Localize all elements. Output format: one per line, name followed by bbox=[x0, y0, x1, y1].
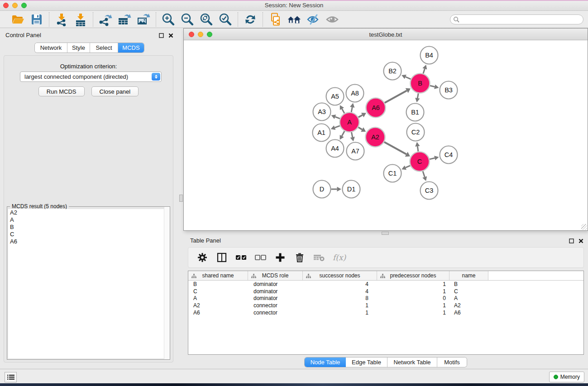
graph-edge-C-C3[interactable] bbox=[423, 171, 425, 177]
graph-edge-C-C4[interactable] bbox=[430, 158, 435, 159]
graph-edge-A-A2[interactable] bbox=[358, 127, 362, 129]
vertical-splitter-handle[interactable] bbox=[179, 195, 183, 202]
deselect-all-icon[interactable] bbox=[255, 252, 267, 263]
import-network-icon[interactable] bbox=[54, 12, 69, 27]
table-cell[interactable]: 1 bbox=[303, 302, 377, 309]
close-table-panel-icon[interactable] bbox=[578, 238, 583, 245]
graph-node-B[interactable]: B bbox=[411, 74, 430, 93]
network-graph[interactable]: B4B2BB3A8A5A6A3B1AA1C2A2A4A7C4CC1C3DD1 bbox=[184, 40, 588, 231]
mcds-result-item[interactable]: A6 bbox=[8, 238, 169, 245]
table-cell[interactable]: 1 bbox=[377, 310, 449, 316]
table-cell[interactable]: B bbox=[188, 281, 248, 287]
graph-edge-A-A4[interactable] bbox=[342, 131, 344, 136]
table-cell[interactable]: connector bbox=[248, 302, 303, 309]
table-settings-gear-icon[interactable] bbox=[196, 252, 208, 263]
column-header-predecessor-nodes[interactable]: predecessor nodes bbox=[377, 271, 449, 280]
zoom-in-icon[interactable] bbox=[161, 12, 176, 27]
table-cell[interactable]: A6 bbox=[188, 310, 248, 316]
graph-node-B4[interactable]: B4 bbox=[421, 47, 438, 64]
table-cell[interactable]: 4 bbox=[303, 288, 377, 295]
table-cell[interactable]: 0 bbox=[377, 295, 449, 301]
graph-edge-C-C2[interactable] bbox=[417, 146, 418, 152]
mcds-result-item[interactable]: B bbox=[8, 224, 169, 231]
graph-node-A8[interactable]: A8 bbox=[346, 85, 364, 102]
graph-edge-B-B4[interactable] bbox=[423, 69, 425, 74]
column-header-MCDS-role[interactable]: MCDS role bbox=[248, 271, 303, 280]
delete-column-trash-icon[interactable] bbox=[294, 252, 306, 263]
task-history-button[interactable] bbox=[5, 372, 17, 382]
zoom-selected-icon[interactable] bbox=[218, 12, 233, 27]
graph-node-D[interactable]: D bbox=[313, 181, 331, 198]
graph-node-B2[interactable]: B2 bbox=[384, 62, 402, 80]
graph-node-B3[interactable]: B3 bbox=[440, 81, 458, 99]
graph-edge-B-B1[interactable] bbox=[417, 93, 418, 98]
graph-edge-C-C1[interactable] bbox=[406, 166, 410, 168]
table-cell[interactable]: 1 bbox=[377, 288, 449, 295]
graph-edge-A6-B[interactable] bbox=[385, 91, 407, 103]
graph-node-A2[interactable]: A2 bbox=[366, 128, 385, 147]
graph-edge-A-A6[interactable] bbox=[359, 115, 363, 117]
graph-edge-A-A7[interactable] bbox=[351, 132, 352, 137]
table-cell[interactable]: A bbox=[188, 295, 248, 301]
table-cell[interactable]: 1 bbox=[303, 310, 377, 316]
graph-node-C3[interactable]: C3 bbox=[421, 182, 438, 200]
zoom-fit-icon[interactable] bbox=[199, 12, 214, 27]
network-window-titlebar[interactable]: testGlobe.txt bbox=[184, 29, 588, 40]
table-row[interactable]: A2connector11A2 bbox=[188, 302, 583, 309]
run-mcds-button[interactable]: Run MCDS bbox=[38, 86, 85, 96]
graph-edge-A-A8[interactable] bbox=[351, 107, 352, 112]
tab-style[interactable]: Style bbox=[67, 43, 90, 52]
graph-node-D1[interactable]: D1 bbox=[343, 181, 360, 198]
save-session-icon[interactable] bbox=[29, 12, 44, 27]
close-panel-icon[interactable] bbox=[168, 33, 173, 39]
graph-node-C2[interactable]: C2 bbox=[407, 124, 425, 141]
table-row[interactable]: Cdominator41C bbox=[188, 288, 583, 295]
table-cell[interactable]: 8 bbox=[303, 295, 377, 301]
clone-network-icon[interactable] bbox=[268, 12, 282, 27]
graph-edge-B-B2[interactable] bbox=[406, 77, 411, 79]
search-input[interactable] bbox=[450, 14, 583, 24]
graph-node-A[interactable]: A bbox=[340, 113, 359, 132]
import-table-icon[interactable] bbox=[73, 12, 88, 27]
table-cell[interactable]: B bbox=[449, 281, 488, 287]
table-cell[interactable]: 4 bbox=[303, 281, 377, 287]
table-cell[interactable]: dominator bbox=[248, 295, 303, 301]
graph-node-C[interactable]: C bbox=[410, 152, 430, 172]
table-cell[interactable]: connector bbox=[248, 310, 303, 316]
result-list-scrollbar[interactable] bbox=[164, 207, 170, 359]
tab-edge-table[interactable]: Edge Table bbox=[346, 357, 387, 367]
column-header-name[interactable]: name bbox=[449, 271, 488, 280]
table-row[interactable]: Adominator80A bbox=[188, 295, 583, 302]
graph-edge-A-A1[interactable] bbox=[335, 126, 340, 128]
node-table[interactable]: shared nameMCDS rolesuccessor nodesprede… bbox=[188, 271, 584, 355]
table-row[interactable]: A6connector11A6 bbox=[188, 309, 583, 316]
zoom-out-icon[interactable] bbox=[180, 12, 195, 27]
graph-node-A6[interactable]: A6 bbox=[366, 98, 386, 118]
table-cell[interactable]: C bbox=[188, 288, 248, 295]
mcds-result-item[interactable]: A bbox=[8, 216, 169, 224]
table-cell[interactable]: A2 bbox=[188, 302, 248, 309]
window-resize-grip[interactable] bbox=[581, 224, 587, 230]
table-cell[interactable]: A bbox=[449, 295, 488, 301]
tab-mcds[interactable]: MCDS bbox=[118, 43, 144, 52]
select-all-icon[interactable] bbox=[235, 252, 247, 263]
mcds-result-list[interactable]: A2ABCA6 bbox=[8, 209, 169, 358]
open-file-icon[interactable] bbox=[10, 12, 25, 27]
export-image-icon[interactable] bbox=[136, 12, 151, 27]
table-cell[interactable]: dominator bbox=[248, 281, 303, 287]
criterion-dropdown[interactable]: largest connected component (directed) bbox=[20, 71, 162, 82]
graph-edge-A-A3[interactable] bbox=[335, 117, 339, 119]
graph-node-C4[interactable]: C4 bbox=[440, 146, 458, 164]
graph-node-B1[interactable]: B1 bbox=[406, 104, 424, 121]
float-panel-icon[interactable] bbox=[159, 33, 164, 39]
table-cell[interactable]: A6 bbox=[449, 310, 488, 316]
table-cell[interactable]: 1 bbox=[377, 302, 449, 309]
table-cell[interactable]: C bbox=[449, 288, 488, 295]
table-row[interactable]: Bdominator41B bbox=[188, 281, 583, 288]
graph-node-C1[interactable]: C1 bbox=[384, 165, 402, 182]
network-overview-icon[interactable] bbox=[287, 12, 301, 27]
column-header-successor-nodes[interactable]: successor nodes bbox=[303, 271, 377, 280]
memory-button[interactable]: Memory bbox=[549, 372, 584, 382]
add-column-icon[interactable] bbox=[274, 252, 286, 263]
float-table-panel-icon[interactable] bbox=[569, 238, 574, 245]
